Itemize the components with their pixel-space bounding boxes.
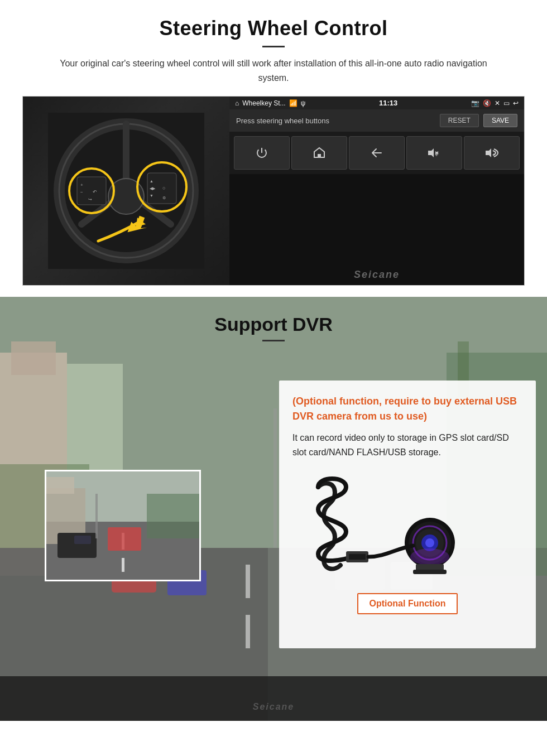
svg-text:+: + bbox=[80, 182, 83, 187]
dvr-watermark: Seicane bbox=[253, 702, 294, 712]
steering-watermark: Seicane bbox=[229, 174, 524, 285]
dvr-right: (Optional function, require to buy exter… bbox=[279, 381, 536, 648]
svg-text:↪: ↪ bbox=[88, 197, 92, 202]
svg-rect-22 bbox=[318, 154, 321, 157]
save-button[interactable]: SAVE bbox=[483, 114, 517, 127]
dvr-section: Support DVR bbox=[0, 297, 547, 721]
svg-rect-51 bbox=[46, 477, 74, 494]
instruction-text: Press steering wheel buttons bbox=[236, 117, 329, 125]
svg-text:○: ○ bbox=[162, 185, 165, 191]
back-btn[interactable] bbox=[349, 136, 405, 170]
svg-text:⚙: ⚙ bbox=[162, 196, 166, 200]
dvr-left bbox=[11, 381, 268, 648]
steering-image-container: + − ↶ ↪ ▲ ◀▶ ▼ ○ ⚙ bbox=[22, 96, 525, 286]
steering-photo: + − ↶ ↪ ▲ ◀▶ ▼ ○ ⚙ bbox=[23, 97, 229, 285]
time-display: 11:13 bbox=[379, 99, 397, 107]
reset-button[interactable]: RESET bbox=[440, 114, 479, 127]
statusbar-left: ⌂ Wheelkey St... 📶 ψ bbox=[235, 99, 305, 107]
steering-description: Your original car's steering wheel contr… bbox=[50, 56, 497, 85]
svg-marker-23 bbox=[428, 148, 434, 157]
svg-text:+: + bbox=[435, 152, 438, 158]
steering-wheel-bg: + − ↶ ↪ ▲ ◀▶ ▼ ○ ⚙ bbox=[23, 97, 229, 285]
close-icon: ✕ bbox=[495, 99, 500, 107]
optional-function-container: Optional Function bbox=[292, 593, 522, 614]
dvr-title: Support DVR bbox=[22, 314, 525, 335]
svg-rect-52 bbox=[147, 494, 201, 538]
svg-point-63 bbox=[425, 538, 434, 547]
dvr-title-divider bbox=[262, 340, 285, 341]
dvr-main-layout: (Optional function, require to buy exter… bbox=[0, 381, 547, 648]
android-header: Press steering wheel buttons RESET SAVE bbox=[229, 109, 524, 132]
dvr-optional-text: (Optional function, require to buy exter… bbox=[292, 394, 522, 424]
svg-rect-55 bbox=[108, 527, 141, 551]
title-divider bbox=[262, 46, 285, 47]
svg-text:▲: ▲ bbox=[150, 179, 153, 183]
vol-down-button[interactable]: + bbox=[406, 136, 462, 170]
dvr-thumbnail bbox=[45, 470, 201, 581]
app-name: Wheelkey St... bbox=[242, 99, 285, 107]
steering-wheel-svg: + − ↶ ↪ ▲ ◀▶ ▼ ○ ⚙ bbox=[48, 113, 204, 269]
screen-icon: ▭ bbox=[503, 99, 510, 107]
steering-title: Steering Wheel Control bbox=[22, 17, 525, 40]
android-screen: ⌂ Wheelkey St... 📶 ψ 11:13 📷 🔇 ✕ ▭ ↩ bbox=[229, 97, 524, 285]
svg-rect-43 bbox=[0, 676, 547, 721]
vol-up-button[interactable]: + bbox=[464, 136, 520, 170]
steering-section: Steering Wheel Control Your original car… bbox=[0, 0, 547, 297]
svg-rect-49 bbox=[122, 558, 124, 572]
power-button[interactable] bbox=[234, 136, 290, 170]
volume-icon: 🔇 bbox=[483, 99, 491, 107]
svg-text:◀▶: ◀▶ bbox=[150, 186, 156, 190]
dvr-description: It can record video only to storage in G… bbox=[292, 431, 522, 459]
svg-marker-27 bbox=[486, 148, 491, 157]
dvr-content-header: Support DVR bbox=[0, 297, 547, 369]
svg-text:↶: ↶ bbox=[93, 189, 97, 195]
signal-icon: 📶 bbox=[289, 99, 298, 107]
statusbar-right: 📷 🔇 ✕ ▭ ↩ bbox=[471, 99, 519, 107]
optional-function-badge: Optional Function bbox=[357, 593, 458, 614]
back-icon[interactable]: ↩ bbox=[513, 99, 519, 107]
android-buttons-grid: + + bbox=[229, 132, 524, 174]
svg-text:+: + bbox=[492, 152, 496, 158]
camera-icon: 📷 bbox=[471, 99, 479, 107]
svg-text:−: − bbox=[80, 190, 83, 195]
svg-point-65 bbox=[410, 548, 449, 565]
dvr-camera-image bbox=[292, 470, 522, 582]
dvr-camera-svg bbox=[296, 470, 519, 582]
svg-rect-56 bbox=[95, 494, 98, 538]
header-buttons: RESET SAVE bbox=[440, 114, 517, 127]
android-statusbar: ⌂ Wheelkey St... 📶 ψ 11:13 📷 🔇 ✕ ▭ ↩ bbox=[229, 97, 524, 109]
home-icon[interactable]: ⌂ bbox=[235, 99, 239, 107]
svg-rect-54 bbox=[74, 536, 91, 544]
dvr-thumbnail-svg bbox=[46, 471, 201, 581]
dvr-info-box: (Optional function, require to buy exter… bbox=[279, 381, 536, 648]
usb-icon: ψ bbox=[301, 99, 306, 107]
svg-rect-58 bbox=[349, 554, 366, 560]
svg-rect-67 bbox=[413, 570, 447, 574]
svg-text:▼: ▼ bbox=[150, 194, 153, 198]
home-button[interactable] bbox=[291, 136, 347, 170]
